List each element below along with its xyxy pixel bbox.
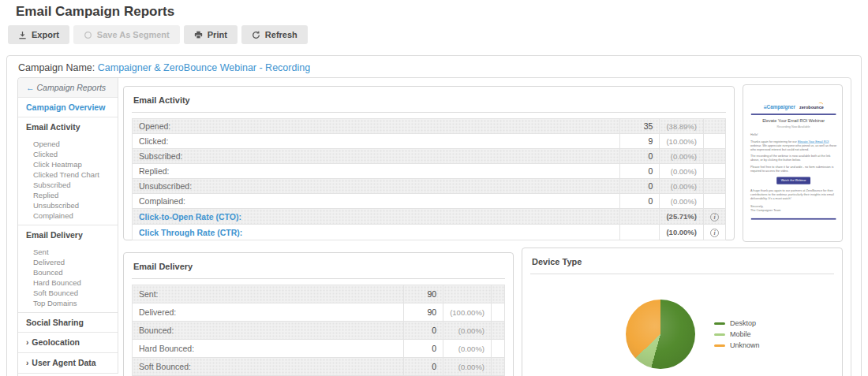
sidebar-item-replied[interactable]: Replied bbox=[18, 190, 118, 200]
email-divider bbox=[751, 114, 836, 115]
campaign-name-link[interactable]: Campaigner & ZeroBounce Webinar - Record… bbox=[98, 62, 310, 73]
refresh-label: Refresh bbox=[265, 30, 297, 39]
sidebar-item-top-domains[interactable]: Top Domains bbox=[18, 298, 118, 308]
circle-icon bbox=[84, 31, 92, 39]
email-activity-panel: Email Activity Opened: 35 (38.89%) Click… bbox=[123, 86, 735, 240]
sidebar-item-click-heatmap[interactable]: Click Heatmap bbox=[18, 159, 118, 169]
geolocation-label: Geolocation bbox=[32, 337, 80, 347]
row-percent: (0.00%) bbox=[660, 164, 704, 179]
row-value: 0 bbox=[620, 149, 660, 164]
refresh-button[interactable]: Refresh bbox=[241, 25, 308, 44]
table-row: Click-to-Open Rate (CTO): (25.71%) bbox=[133, 209, 726, 225]
sidebar-item-campaign-overview[interactable]: Campaign Overview bbox=[18, 98, 118, 117]
row-percent bbox=[443, 285, 492, 303]
row-label: Complained: bbox=[133, 194, 620, 209]
table-row: Soft Bounced: 0 (0.00%) bbox=[133, 358, 505, 376]
email-paragraph: Please feel free to share it far and wid… bbox=[750, 165, 836, 173]
save-as-segment-label: Save As Segment bbox=[97, 30, 170, 39]
sidebar-item-hard-bounced[interactable]: Hard Bounced bbox=[18, 277, 118, 288]
row-value: 0 bbox=[404, 322, 443, 340]
row-label: Clicked: bbox=[133, 134, 620, 149]
save-as-segment-button[interactable]: Save As Segment bbox=[73, 25, 180, 44]
chevron-right-icon: › bbox=[26, 338, 28, 347]
email-delivery-title: Email Delivery bbox=[132, 253, 505, 279]
sidebar-group-email-activity: Opened Clicked Click Heatmap Clicked Tre… bbox=[18, 136, 118, 225]
device-type-pie-chart[interactable] bbox=[626, 300, 695, 369]
export-label: Export bbox=[32, 30, 59, 39]
row-value: 0 bbox=[620, 179, 660, 194]
email-greeting: Hello! bbox=[750, 133, 836, 137]
info-icon[interactable] bbox=[710, 213, 719, 222]
table-row: Delivered: 90 (100.00%) bbox=[133, 303, 505, 322]
sidebar-back-campaign-reports[interactable]: ←Campaign Reports bbox=[18, 78, 118, 98]
export-button[interactable]: Export bbox=[8, 25, 69, 44]
legend-label: Desktop bbox=[730, 319, 756, 327]
sidebar-item-geolocation[interactable]: ›Geolocation bbox=[18, 333, 118, 353]
sidebar-item-sent[interactable]: Sent bbox=[18, 247, 118, 257]
email-activity-table: Opened: 35 (38.89%) Clicked: 9 (10.00%) … bbox=[132, 118, 726, 240]
device-type-panel: Device Type Desktop Mobile Unknown bbox=[522, 248, 843, 376]
table-row: Opened: 35 (38.89%) bbox=[133, 119, 726, 134]
row-label: Unsubscribed: bbox=[133, 179, 620, 194]
email-activity-title: Email Activity bbox=[132, 87, 726, 113]
row-percent: (0.00%) bbox=[660, 179, 704, 194]
table-row: Bounced: 0 (0.00%) bbox=[133, 322, 505, 340]
row-percent: (10.00%) bbox=[660, 134, 704, 149]
sidebar-item-bounced[interactable]: Bounced bbox=[18, 267, 118, 277]
legend-item-mobile[interactable]: Mobile bbox=[714, 330, 760, 338]
toolbar: Export Save As Segment Print Refresh bbox=[8, 25, 308, 44]
sidebar-item-opened[interactable]: Opened bbox=[18, 139, 118, 149]
cto-rate-link[interactable]: Click-to-Open Rate (CTO): bbox=[133, 209, 620, 225]
row-label: Delivered: bbox=[133, 303, 404, 322]
campaigner-logo: ☰Campaigner bbox=[763, 104, 795, 110]
row-value: 0 bbox=[620, 194, 660, 209]
ctr-rate-percent: (10.00%) bbox=[660, 225, 704, 240]
email-paragraph: Thanks again for registering for our Ele… bbox=[750, 140, 836, 151]
table-row: Sent: 90 bbox=[133, 285, 505, 303]
sidebar-section-social-sharing[interactable]: Social Sharing bbox=[18, 313, 118, 333]
sidebar-item-complained[interactable]: Complained bbox=[18, 210, 118, 221]
ctr-rate-link[interactable]: Click Through Rate (CTR): bbox=[133, 225, 620, 240]
row-percent: (0.00%) bbox=[660, 149, 704, 164]
campaign-name-label: Campaign Name: bbox=[18, 62, 95, 73]
watch-webinar-button[interactable]: Watch the Webinar bbox=[776, 177, 810, 184]
legend-swatch-desktop bbox=[714, 322, 725, 325]
sidebar-section-email-activity[interactable]: Email Activity bbox=[18, 117, 118, 136]
row-percent: (0.00%) bbox=[443, 358, 492, 376]
email-paragraph: A huge thank you again to our partners a… bbox=[750, 188, 836, 200]
row-value: 90 bbox=[404, 285, 443, 303]
legend-item-unknown[interactable]: Unknown bbox=[714, 341, 760, 349]
sidebar-item-unsubscribed[interactable]: Unsubscribed bbox=[18, 200, 118, 210]
email-divider bbox=[751, 218, 836, 220]
sidebar-item-user-agent-data[interactable]: ›User Agent Data bbox=[18, 353, 118, 374]
row-percent: (0.00%) bbox=[443, 322, 492, 340]
sidebar-item-subscribed[interactable]: Subscribed bbox=[18, 180, 118, 190]
print-button[interactable]: Print bbox=[184, 25, 238, 44]
row-label: Bounced: bbox=[133, 322, 404, 340]
sidebar-item-clicked-trend-chart[interactable]: Clicked Trend Chart bbox=[18, 169, 118, 180]
campaign-name-line: Campaign Name: Campaigner & ZeroBounce W… bbox=[18, 62, 310, 73]
download-icon bbox=[18, 31, 27, 39]
sidebar-item-soft-bounced[interactable]: Soft Bounced bbox=[18, 288, 118, 298]
device-type-legend: Desktop Mobile Unknown bbox=[714, 319, 760, 349]
row-value: 35 bbox=[620, 119, 660, 134]
row-label: Hard Bounced: bbox=[133, 340, 404, 358]
table-row: Unsubscribed: 0 (0.00%) bbox=[133, 179, 726, 194]
email-webinar-link[interactable]: Elevate Your Email ROI bbox=[798, 140, 829, 143]
email-preview-panel[interactable]: ☰Campaigner zerobounce Elevate Your Emai… bbox=[743, 84, 843, 242]
email-subheading: Recording Now Available bbox=[750, 125, 836, 128]
sidebar-item-clicked[interactable]: Clicked bbox=[18, 149, 118, 159]
row-value: 90 bbox=[404, 303, 443, 322]
cto-rate-percent: (25.71%) bbox=[660, 209, 704, 225]
row-percent: (38.89%) bbox=[660, 119, 704, 134]
user-agent-data-label: User Agent Data bbox=[32, 358, 95, 367]
sidebar-item-delivered[interactable]: Delivered bbox=[18, 257, 118, 267]
sidebar-section-email-delivery[interactable]: Email Delivery bbox=[18, 225, 118, 244]
info-icon[interactable] bbox=[710, 229, 719, 237]
report-content-box: ←Campaign Reports Campaign Overview Emai… bbox=[17, 77, 851, 376]
legend-label: Unknown bbox=[730, 341, 760, 349]
email-paragraph: The recording of the webinar is now avai… bbox=[750, 154, 836, 162]
email-logos: ☰Campaigner zerobounce bbox=[750, 104, 836, 110]
legend-item-desktop[interactable]: Desktop bbox=[714, 319, 760, 327]
row-value: 0 bbox=[620, 164, 660, 179]
